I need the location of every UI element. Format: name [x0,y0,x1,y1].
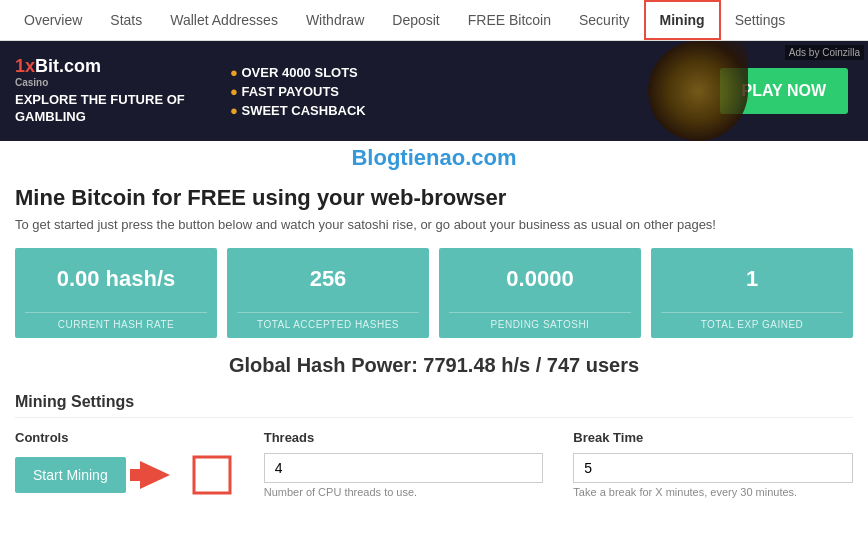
nav-stats[interactable]: Stats [96,2,156,38]
nav-free-bitcoin[interactable]: FREE Bitcoin [454,2,565,38]
ad-feature-3: SWEET CASHBACK [230,103,690,118]
stat-card-pending-satoshi: 0.0000 PENDING SATOSHI [439,248,641,338]
mining-settings-section: Mining Settings Controls Start Mining [15,393,853,498]
stats-row: 0.00 hash/s CURRENT HASH RATE 256 TOTAL … [15,248,853,338]
red-arrow-annotation [130,453,234,497]
threads-group: Threads Number of CPU threads to use. [264,430,544,498]
svg-marker-0 [140,461,170,489]
page-title: Mine Bitcoin for FREE using your web-bro… [15,185,853,211]
svg-rect-2 [194,457,230,493]
stat-card-accepted-hashes: 256 TOTAL ACCEPTED HASHES [227,248,429,338]
red-box-icon [190,453,234,497]
ad-feature-1: OVER 4000 SLOTS [230,65,690,80]
ad-coinzilla-badge: Ads by Coinzilla [785,45,864,60]
navigation: Overview Stats Wallet Addresses Withdraw… [0,0,868,41]
stat-label-pending-satoshi: PENDING SATOSHI [449,312,631,330]
threads-input-wrapper[interactable] [264,453,544,483]
controls-group: Controls Start Mining [15,430,234,497]
break-time-input[interactable] [584,460,842,476]
ad-banner: 1xBit.com Casino EXPLORE THE FUTURE OF G… [0,41,868,141]
nav-settings[interactable]: Settings [721,2,800,38]
nav-mining[interactable]: Mining [644,0,721,40]
page-subtitle: To get started just press the button bel… [15,217,853,232]
controls-label: Controls [15,430,234,445]
ad-logo: 1xBit.com Casino [15,56,205,88]
break-time-hint: Take a break for X minutes, every 30 min… [573,486,853,498]
break-time-input-wrapper[interactable] [573,453,853,483]
threads-hint: Number of CPU threads to use. [264,486,544,498]
red-arrow-icon [130,457,190,493]
stat-value-accepted-hashes: 256 [237,266,419,292]
mining-settings-title: Mining Settings [15,393,853,418]
start-mining-button[interactable]: Start Mining [15,457,126,493]
watermark: Blogtienao.com [0,141,868,175]
stat-value-pending-satoshi: 0.0000 [449,266,631,292]
stat-label-hash-rate: CURRENT HASH RATE [25,312,207,330]
nav-wallet-addresses[interactable]: Wallet Addresses [156,2,292,38]
settings-row: Controls Start Mining [15,430,853,498]
svg-rect-1 [130,469,142,481]
stat-value-hash-rate: 0.00 hash/s [25,266,207,292]
ad-casino-label: Casino [15,77,205,88]
threads-input[interactable] [275,460,533,476]
global-hash-power: Global Hash Power: 7791.48 h/s / 747 use… [15,354,853,377]
ad-feature-2: FAST PAYOUTS [230,84,690,99]
stat-card-exp-gained: 1 TOTAL EXP GAINED [651,248,853,338]
ad-eye-decoration [648,41,748,141]
nav-deposit[interactable]: Deposit [378,2,453,38]
break-time-group: Break Time Take a break for X minutes, e… [573,430,853,498]
ad-features: OVER 4000 SLOTS FAST PAYOUTS SWEET CASHB… [220,55,700,128]
stat-label-accepted-hashes: TOTAL ACCEPTED HASHES [237,312,419,330]
break-time-label: Break Time [573,430,853,445]
nav-withdraw[interactable]: Withdraw [292,2,378,38]
controls-with-arrow: Start Mining [15,453,234,497]
stat-value-exp-gained: 1 [661,266,843,292]
stat-label-exp-gained: TOTAL EXP GAINED [661,312,843,330]
nav-security[interactable]: Security [565,2,644,38]
nav-overview[interactable]: Overview [10,2,96,38]
ad-tagline: EXPLORE THE FUTURE OF GAMBLING [15,92,205,126]
main-content: Mine Bitcoin for FREE using your web-bro… [0,175,868,508]
threads-label: Threads [264,430,544,445]
ad-left: 1xBit.com Casino EXPLORE THE FUTURE OF G… [0,46,220,136]
stat-card-hash-rate: 0.00 hash/s CURRENT HASH RATE [15,248,217,338]
